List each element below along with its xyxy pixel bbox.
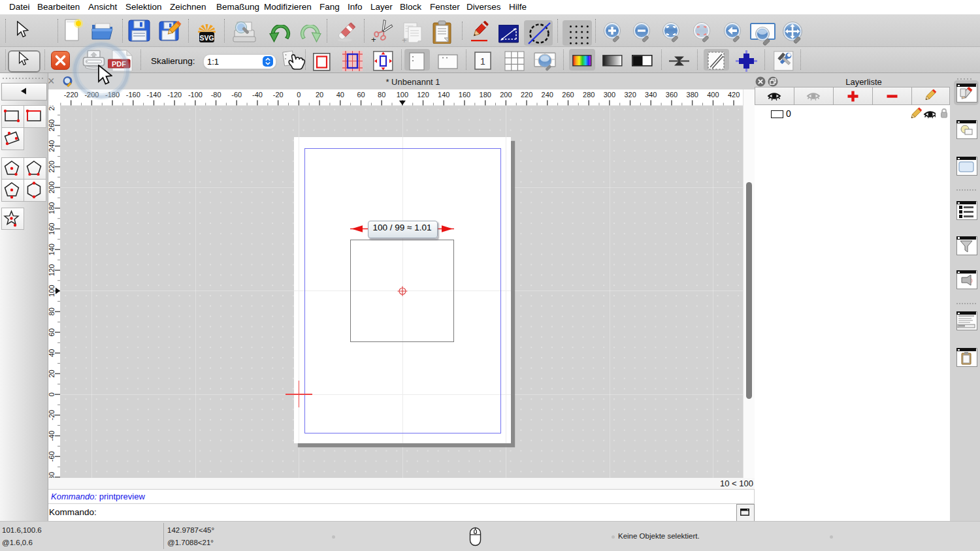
svg-text:100: 100: [48, 285, 56, 296]
svg-text:320: 320: [624, 91, 636, 99]
svg-text:-40: -40: [252, 91, 263, 99]
svg-text:160: 160: [48, 223, 56, 234]
svg-text:340: 340: [645, 91, 657, 99]
svg-text:-100: -100: [188, 91, 203, 99]
svg-text:180: 180: [48, 202, 56, 213]
svg-text:220: 220: [48, 161, 56, 172]
svg-text:-40: -40: [48, 430, 56, 441]
svg-text:120: 120: [48, 264, 56, 276]
svg-text:-80: -80: [211, 91, 221, 99]
svg-text:0: 0: [297, 91, 301, 99]
svg-text:240: 240: [48, 140, 56, 151]
svg-text:-140: -140: [146, 91, 161, 99]
svg-text:-80: -80: [48, 471, 56, 477]
svg-text:SVG: SVG: [199, 34, 214, 42]
svg-text:-60: -60: [231, 91, 242, 99]
svg-text:140: 140: [48, 244, 56, 255]
svg-text:200: 200: [500, 91, 512, 99]
svg-text:120: 120: [417, 91, 429, 99]
svg-text:+: +: [402, 35, 407, 44]
svg-text:40: 40: [48, 349, 56, 356]
svg-text:80: 80: [378, 91, 385, 99]
svg-text:220: 220: [521, 91, 532, 99]
svg-text:20: 20: [316, 91, 323, 99]
svg-text:180: 180: [480, 91, 491, 99]
svg-text:360: 360: [666, 91, 678, 99]
svg-text:60: 60: [357, 91, 365, 99]
svg-text:80: 80: [48, 307, 56, 315]
svg-text:140: 140: [438, 91, 449, 99]
svg-text:0: 0: [48, 392, 56, 396]
svg-text:-220: -220: [64, 91, 78, 99]
svg-text:260: 260: [562, 91, 574, 99]
svg-text:200: 200: [48, 181, 56, 193]
svg-text:380: 380: [687, 91, 698, 99]
svg-text:-160: -160: [126, 91, 140, 99]
svg-text:400: 400: [707, 91, 719, 99]
svg-text:100: 100: [397, 91, 408, 99]
svg-text:300: 300: [604, 91, 615, 99]
svg-text:40: 40: [336, 91, 344, 99]
svg-text:60: 60: [48, 328, 56, 336]
svg-text:-20: -20: [273, 91, 284, 99]
svg-text:420: 420: [728, 91, 740, 99]
svg-text:280: 280: [583, 91, 595, 99]
svg-text:280: 280: [48, 106, 56, 110]
svg-text:-60: -60: [48, 451, 56, 462]
svg-text:-120: -120: [167, 91, 182, 99]
svg-text:-20: -20: [48, 409, 56, 420]
svg-text:240: 240: [542, 91, 553, 99]
svg-text:1: 1: [480, 56, 485, 67]
svg-text:160: 160: [459, 91, 470, 99]
svg-text:260: 260: [48, 119, 56, 131]
svg-text:20: 20: [48, 370, 56, 377]
